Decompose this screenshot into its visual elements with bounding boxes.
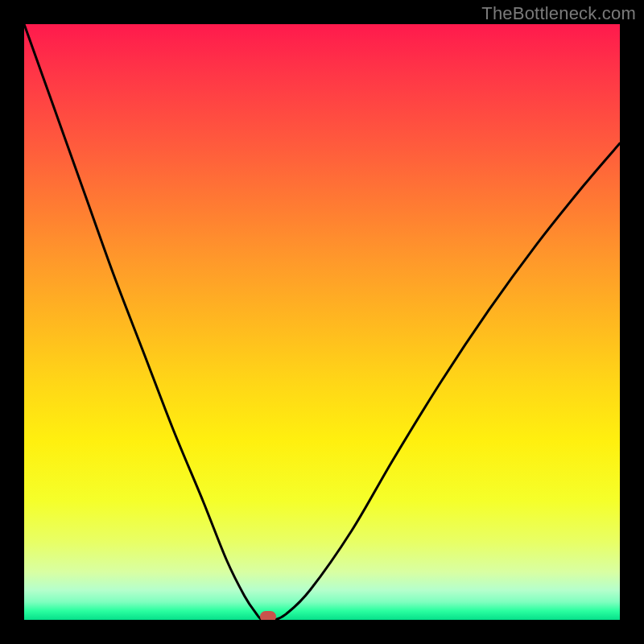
watermark-text: TheBottleneck.com [481, 3, 636, 24]
chart-frame-border [0, 0, 644, 644]
